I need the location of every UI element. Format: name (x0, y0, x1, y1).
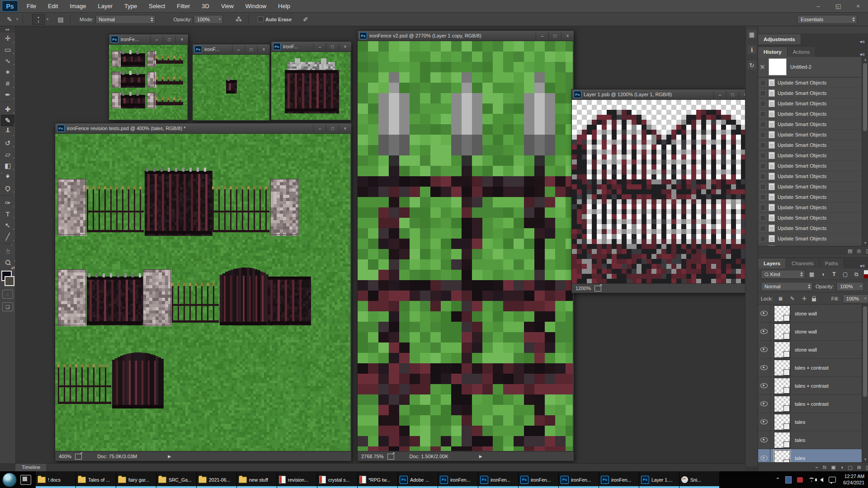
filter-adjustment-layers-icon[interactable]: ◑ (818, 271, 827, 277)
layer-row[interactable]: stone wall (758, 323, 868, 341)
history-state-row[interactable]: Update Smart Objects (758, 109, 862, 119)
layer-row[interactable]: tales + contrast (758, 395, 868, 413)
thumb2-close-button[interactable]: × (257, 46, 270, 53)
layer-row[interactable]: tales + contrast (758, 359, 868, 377)
path-selection-tool-icon[interactable]: ↖ (1, 220, 14, 231)
layer-row[interactable]: tales + contrast (758, 377, 868, 395)
line-tool-icon[interactable]: ╱ (1, 231, 14, 242)
layers-opacity-select[interactable]: 100% ▾ (836, 282, 864, 291)
tab-timeline[interactable]: Timeline (15, 464, 47, 472)
main-maximize-button[interactable]: □ (326, 125, 339, 132)
thumb2-canvas[interactable] (193, 55, 269, 120)
history-brush-source-icon[interactable]: ✎̸ (760, 64, 765, 70)
taskbar-button[interactable]: new stuff (237, 471, 277, 488)
taskbar-button[interactable]: PsAdobe ... (398, 471, 438, 488)
history-state-row[interactable]: Update Smart Objects (758, 78, 862, 88)
layer-row[interactable]: stone wall (758, 305, 868, 323)
task-view-button[interactable] (20, 475, 31, 485)
swap-colors-icon[interactable]: ⇄ (11, 265, 15, 270)
filter-toggle[interactable] (864, 270, 868, 278)
menu-filter[interactable]: Filter (171, 0, 196, 12)
auto-erase-checkbox[interactable] (258, 16, 264, 22)
v2-minimize-button[interactable]: – (536, 32, 548, 39)
history-state-checkbox[interactable] (760, 174, 766, 179)
psb-minimize-button[interactable]: – (713, 91, 726, 98)
history-state-checkbox[interactable] (760, 163, 766, 169)
history-state-row[interactable]: Update Smart Objects (758, 140, 862, 150)
lock-move-icon[interactable]: ✛ (800, 296, 808, 302)
app-minimize-button[interactable]: – (808, 0, 828, 12)
history-state-checkbox[interactable] (760, 184, 766, 190)
background-color-swatch[interactable] (5, 276, 14, 286)
layer-name[interactable]: tales + contrast (795, 401, 829, 407)
pen-tool-icon[interactable]: ✑ (1, 197, 14, 208)
layer-row[interactable]: tales (758, 449, 868, 462)
rectangular-marquee-tool-icon[interactable]: ▭ (1, 44, 14, 55)
thumb3-minimize-button[interactable]: – (313, 43, 326, 50)
history-state-checkbox[interactable] (760, 194, 766, 200)
toggle-brush-panel-icon[interactable]: ▤ (56, 16, 66, 23)
taskbar-button[interactable]: PsironFen... (519, 471, 559, 488)
layers-scrollbar[interactable]: ▼ (862, 305, 868, 462)
thumb2-maximize-button[interactable]: □ (245, 46, 257, 53)
layer-mask-icon[interactable]: ▣ (831, 465, 835, 470)
layer-thumbnail[interactable] (774, 432, 790, 448)
export-icon[interactable] (75, 454, 82, 460)
taskbar-button[interactable]: ! docs (36, 471, 76, 488)
screen-mode-button[interactable]: ❏ (2, 302, 13, 311)
layer-thumbnail[interactable] (774, 342, 790, 358)
history-state-checkbox[interactable] (760, 142, 766, 148)
taskbar-button[interactable]: Tales of ... (76, 471, 116, 488)
v2-maximize-button[interactable]: □ (548, 32, 561, 39)
info-panel-icon[interactable]: ℹ (747, 45, 756, 54)
tab-channels[interactable]: Channels (786, 258, 820, 268)
menu-help[interactable]: Help (272, 0, 296, 12)
thumb1-close-button[interactable]: × (175, 36, 188, 43)
history-state-row[interactable]: Update Smart Objects (758, 234, 862, 244)
layer-name[interactable]: tales (795, 455, 805, 461)
eraser-tool-icon[interactable]: ▱ (1, 149, 14, 160)
mode-select[interactable]: Normal (95, 15, 156, 24)
v2-zoom-level[interactable]: 2768.75% (361, 454, 384, 459)
history-state-checkbox[interactable] (760, 225, 766, 231)
eyedropper-tool-icon[interactable]: ✒ (1, 89, 14, 100)
pencil-tool-preset-icon[interactable]: ✎ (5, 16, 14, 23)
lasso-tool-icon[interactable]: ∿ (1, 55, 14, 66)
layer-thumbnail[interactable] (774, 305, 790, 322)
history-state-row[interactable]: Update Smart Objects (758, 130, 862, 140)
history-state-checkbox[interactable] (760, 215, 766, 221)
rotate-view-icon[interactable]: ↻ (747, 61, 756, 70)
menu-image[interactable]: Image (64, 0, 92, 12)
new-snapshot-icon[interactable]: ◎ (857, 248, 861, 254)
new-document-from-state-icon[interactable]: ▤ (848, 248, 852, 254)
magic-wand-tool-icon[interactable]: ✶ (1, 66, 14, 78)
workspace-switcher[interactable]: Essentials (797, 15, 857, 24)
panel-menu-icon[interactable]: ▾≡ (856, 263, 868, 268)
layer-thumbnail[interactable] (774, 450, 790, 463)
filter-shape-layers-icon[interactable]: ▢ (841, 271, 850, 277)
delete-state-icon[interactable]: ▯ (866, 248, 868, 254)
taskbar-button[interactable]: PsLayer 1.... (639, 471, 679, 488)
tab-paths[interactable]: Paths (820, 258, 844, 268)
menu-layer[interactable]: Layer (92, 0, 119, 12)
psb-zoom-level[interactable]: 1200% (576, 286, 591, 291)
panel-menu-icon[interactable]: ▾≡ (856, 39, 868, 44)
history-state-checkbox[interactable] (760, 122, 766, 127)
app-restore-button[interactable]: ◱ (828, 0, 848, 12)
history-scrollbar[interactable]: ▲ ▼ (862, 57, 868, 246)
thumb3-canvas[interactable] (271, 52, 350, 120)
tool-preset-dropdown-arrow[interactable]: ▾ (16, 17, 18, 21)
menu-type[interactable]: Type (118, 0, 143, 12)
export-icon[interactable] (387, 454, 394, 460)
start-button[interactable] (2, 473, 17, 487)
gradient-tool-icon[interactable]: ◧ (1, 160, 14, 171)
crop-tool-icon[interactable]: # (1, 78, 14, 89)
fill-select[interactable]: 100% ▾ (843, 294, 868, 303)
adjustment-layer-icon[interactable]: ◑ (840, 465, 844, 470)
tray-app-icon-2[interactable] (797, 477, 803, 483)
thumb3-close-button[interactable]: × (339, 43, 351, 50)
layer-name[interactable]: tales (795, 437, 805, 443)
menu-select[interactable]: Select (143, 0, 171, 12)
status-flyout-arrow[interactable]: ▶ (479, 454, 482, 459)
history-state-row[interactable]: Update Smart Objects (758, 213, 862, 223)
